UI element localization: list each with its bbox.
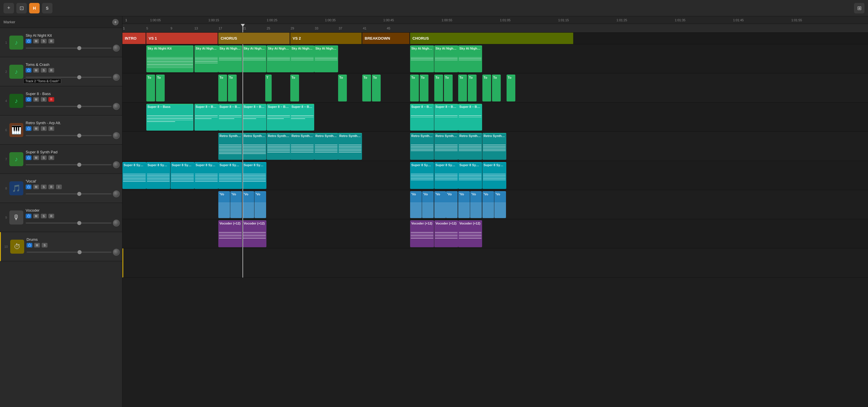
fader-thumb[interactable] xyxy=(77,46,81,50)
clip[interactable]: To xyxy=(458,75,467,101)
clip[interactable]: To xyxy=(146,75,155,101)
clip[interactable]: Super 8 – Bass xyxy=(146,104,193,131)
solo-button[interactable]: S xyxy=(42,243,48,248)
volume-knob[interactable] xyxy=(113,190,120,197)
power-button[interactable]: ⏻ xyxy=(27,243,32,248)
clip[interactable]: Sky At Night Kit xyxy=(218,45,242,72)
clip[interactable]: Retro Synth – Ar xyxy=(290,133,314,160)
clip[interactable]: Super 8 Synth P xyxy=(170,162,194,189)
clip[interactable]: Sky At Night Kit xyxy=(314,45,338,72)
clip[interactable]: Super 8 Synth P xyxy=(243,162,267,189)
clip[interactable]: Super 8 – Bass xyxy=(290,104,314,131)
clip[interactable]: 'Vo xyxy=(410,191,422,218)
mute-button[interactable]: M xyxy=(33,214,39,218)
fader-thumb[interactable] xyxy=(77,163,81,167)
clip[interactable]: To xyxy=(410,75,419,101)
input-button[interactable]: I xyxy=(56,185,62,189)
clip[interactable]: Super 8 – Bass xyxy=(410,104,434,131)
clip[interactable]: 'Vo xyxy=(446,191,458,218)
clip[interactable]: Retro Synth – Ar xyxy=(483,133,506,160)
clip[interactable]: 'Vo xyxy=(434,191,446,218)
clip[interactable]: 'Vo xyxy=(243,191,254,218)
solo-button[interactable]: S xyxy=(41,39,46,43)
clip[interactable]: Super 8 – Bass xyxy=(218,104,242,131)
clip[interactable]: To xyxy=(338,75,347,101)
fader-track[interactable] xyxy=(26,164,112,165)
volume-knob[interactable] xyxy=(113,44,120,52)
solo-button[interactable]: S xyxy=(41,214,46,218)
clip[interactable]: 'Vo xyxy=(494,191,506,218)
clip[interactable]: 'Vo xyxy=(230,191,242,218)
clip[interactable]: Sky At Night Kit xyxy=(243,45,267,72)
power-button[interactable]: ⏻ xyxy=(26,39,31,43)
record-button[interactable]: R xyxy=(49,155,54,160)
fader-track[interactable] xyxy=(26,222,112,224)
fader-track[interactable] xyxy=(26,193,112,194)
clip[interactable]: Vocoder (+12) xyxy=(458,220,482,247)
clip[interactable]: 'Vo xyxy=(254,191,266,218)
clip[interactable]: Super 8 Synth P xyxy=(410,162,434,189)
volume-knob[interactable] xyxy=(113,103,120,110)
fader-track[interactable] xyxy=(26,77,112,78)
clip[interactable]: 'Vo xyxy=(458,191,470,218)
mute-button[interactable]: M xyxy=(33,126,39,131)
clip[interactable]: To xyxy=(434,75,443,101)
solo-button[interactable]: S xyxy=(41,97,46,102)
clip[interactable]: Super 8 Synth P xyxy=(194,162,218,189)
clip[interactable]: To xyxy=(218,75,227,101)
clip[interactable]: To xyxy=(372,75,381,101)
clip[interactable]: Vocoder (+12) xyxy=(434,220,458,247)
mute-button[interactable]: M xyxy=(33,68,39,72)
clip[interactable]: Vocoder (+12) xyxy=(218,220,242,247)
solo-button[interactable]: S xyxy=(41,68,46,72)
clip[interactable]: To xyxy=(483,75,491,101)
settings-button[interactable]: ⊞ xyxy=(854,3,865,13)
clip[interactable]: Vocoder (+12) xyxy=(243,220,267,247)
clip[interactable]: Super 8 Synth P xyxy=(458,162,482,189)
mute-button[interactable]: M xyxy=(33,97,39,102)
clip[interactable]: 'Vo xyxy=(470,191,482,218)
clip[interactable]: Retro Synth – Ar xyxy=(434,133,458,160)
fader-thumb[interactable] xyxy=(77,221,81,225)
clip[interactable]: To xyxy=(468,75,476,101)
clip[interactable]: To xyxy=(362,75,371,101)
solo-button[interactable]: S xyxy=(41,126,46,131)
tracks-scroll-area[interactable]: Sky At Night Kit Sky At Night Kit Sky At… xyxy=(122,44,868,407)
record-button[interactable]: R xyxy=(49,97,54,102)
solo-button[interactable]: S xyxy=(41,185,46,189)
clip[interactable]: Super 8 – Bass xyxy=(243,104,267,131)
power-button[interactable]: ⏻ xyxy=(26,155,31,160)
fader-thumb[interactable] xyxy=(77,104,81,108)
fader-thumb[interactable] xyxy=(77,192,81,196)
clip[interactable]: To xyxy=(492,75,501,101)
fader-thumb[interactable] xyxy=(77,133,81,137)
power-button[interactable]: ⏻ xyxy=(26,214,31,218)
fader-track[interactable] xyxy=(26,48,112,49)
clip[interactable]: Super 8 Synth P xyxy=(483,162,506,189)
clip[interactable]: Retro Synth – Ar xyxy=(218,133,242,160)
clip[interactable]: Sky At Night Kit xyxy=(410,45,434,72)
clip[interactable]: Sky At Night Kit xyxy=(434,45,458,72)
record-button[interactable]: R xyxy=(49,185,54,189)
clip[interactable]: Retro Synth – Ar xyxy=(410,133,434,160)
clip[interactable]: To xyxy=(506,75,515,101)
record-button[interactable]: R xyxy=(49,214,54,218)
clip[interactable]: Super 8 – Bass xyxy=(434,104,458,131)
clip[interactable]: Super 8 – Bass xyxy=(458,104,482,131)
clip[interactable]: Sky At Night Ki xyxy=(267,45,290,72)
clip[interactable]: To xyxy=(420,75,429,101)
clip[interactable]: To xyxy=(444,75,453,101)
clip[interactable]: 'Vo xyxy=(218,191,230,218)
clip[interactable]: To xyxy=(156,75,165,101)
clip[interactable]: Sky At Night Kit xyxy=(458,45,482,72)
power-button[interactable]: ⏻ xyxy=(26,126,31,131)
clip[interactable]: To xyxy=(228,75,237,101)
mute-button[interactable]: M xyxy=(33,155,39,160)
clip[interactable]: 'Vo xyxy=(422,191,434,218)
fader-thumb[interactable] xyxy=(78,250,82,254)
s-button[interactable]: S xyxy=(42,3,53,13)
h-button[interactable]: H xyxy=(29,3,40,13)
clip[interactable]: Vocoder (+12) xyxy=(410,220,434,247)
loop-button[interactable]: ⊡ xyxy=(16,3,27,13)
mute-button[interactable]: M xyxy=(33,39,39,43)
